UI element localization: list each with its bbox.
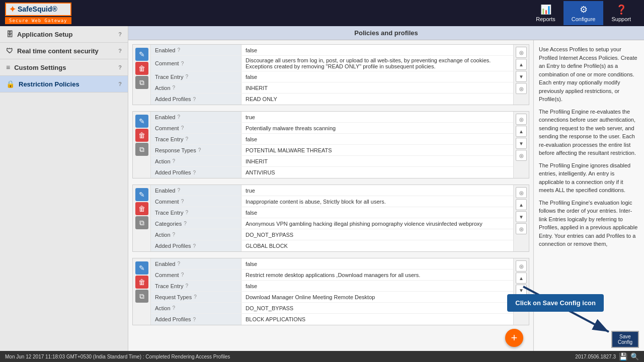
- nav-configure[interactable]: ⚙ Configure: [564, 1, 604, 25]
- nav-support[interactable]: ❓ Support: [603, 1, 639, 25]
- target2-btn-1[interactable]: ◎: [516, 83, 527, 94]
- down-btn-1[interactable]: ▼: [516, 71, 527, 82]
- value-added-3: GLOBAL BLOCK: [242, 240, 513, 251]
- up-btn-2[interactable]: ▲: [516, 126, 527, 137]
- row-enabled-2: Enabled ? true: [151, 112, 513, 123]
- policy-actions-4: ✎ 🗑 ⧉: [133, 258, 151, 325]
- sidebar-item-realtime[interactable]: 🛡 Real time content security ?: [0, 43, 128, 59]
- value-enabled-4: false: [242, 258, 513, 269]
- label-enabled-1: Enabled ?: [151, 45, 242, 55]
- label-added-3: Added Profiles ?: [151, 240, 242, 251]
- help-action-2: ?: [173, 158, 176, 164]
- sidebar-item-custom-label: Custom Settings: [14, 64, 66, 71]
- save-config-line1: Save: [619, 334, 631, 339]
- realtime-help-icon: ?: [118, 48, 122, 54]
- row-reqtype-4: Request Types ? Download Manager Online …: [151, 292, 513, 303]
- policy-actions-1: ✎ 🗑 ⧉: [133, 45, 151, 105]
- help-enabled-1: ?: [177, 47, 180, 53]
- policy-fields-4: Enabled ? false Comment ? Restrict remot…: [151, 258, 513, 325]
- help-trace-3: ?: [185, 210, 188, 215]
- app-setup-icon: 🗄: [6, 30, 13, 38]
- target-btn-3[interactable]: ◎: [516, 187, 527, 198]
- sidebar-item-app-setup[interactable]: 🗄 Application Setup ?: [0, 26, 128, 43]
- add-policy-button[interactable]: +: [505, 329, 523, 347]
- status-version: 2017.0506.1827.3: [575, 354, 616, 359]
- custom-icon: ≡: [6, 63, 10, 71]
- up-btn-4[interactable]: ▲: [516, 273, 527, 284]
- target-btn-1[interactable]: ◎: [516, 47, 527, 58]
- info-para-2: The Profiling Engine re-evaluates the co…: [539, 108, 639, 157]
- value-added-2: ANTIVIRUS: [242, 167, 513, 178]
- value-trace-3: false: [242, 207, 513, 218]
- policy-controls-1: ◎ ▲ ▼ ◎: [513, 45, 529, 105]
- logo: ✦ SafeSquid®: [5, 3, 71, 16]
- help-enabled-2: ?: [177, 114, 180, 120]
- nav-reports[interactable]: 📊 Reports: [528, 1, 564, 25]
- help-action-1: ?: [173, 85, 176, 90]
- up-btn-3[interactable]: ▲: [516, 199, 527, 210]
- realtime-icon: 🛡: [6, 47, 13, 55]
- target2-btn-2[interactable]: ◎: [516, 150, 527, 161]
- edit-btn-4[interactable]: ✎: [135, 261, 148, 275]
- delete-btn-3[interactable]: 🗑: [135, 202, 148, 215]
- policy-actions-2: ✎ 🗑 ⧉: [133, 112, 151, 178]
- down-btn-2[interactable]: ▼: [516, 138, 527, 149]
- nav-support-label: Support: [611, 16, 631, 22]
- custom-help-icon: ?: [118, 64, 122, 70]
- copy-btn-1[interactable]: ⧉: [135, 76, 148, 89]
- help-action-3: ?: [173, 232, 176, 237]
- sidebar-item-realtime-label: Real time content security: [17, 47, 99, 55]
- row-trace-3: Trace Entry ? false: [151, 207, 513, 218]
- help-comment-1: ?: [181, 61, 184, 66]
- target2-btn-3[interactable]: ◎: [516, 223, 527, 234]
- edit-btn-3[interactable]: ✎: [135, 188, 148, 201]
- label-enabled-3: Enabled ?: [151, 185, 242, 196]
- label-action-3: Action ?: [151, 229, 242, 240]
- help-action-4: ?: [173, 305, 176, 311]
- status-save-icon[interactable]: 💾: [619, 352, 627, 360]
- edit-btn-1[interactable]: ✎: [135, 48, 148, 61]
- policy-fields-2: Enabled ? true Comment ? Potentially mal…: [151, 112, 513, 178]
- sidebar-item-restriction[interactable]: 🔒 Restriction Policies ?: [0, 76, 128, 93]
- save-config-button[interactable]: Save Config: [611, 331, 639, 348]
- status-bar: Mon Jun 12 2017 11:18:03 GMT+0530 (India…: [0, 351, 644, 362]
- value-action-2: INHERIT: [242, 156, 513, 166]
- target-btn-4[interactable]: ◎: [516, 260, 527, 272]
- edit-btn-2[interactable]: ✎: [135, 115, 148, 128]
- row-cat-3: Categories ? Anonymous VPN gambling hack…: [151, 218, 513, 229]
- help-trace-2: ?: [185, 136, 188, 142]
- value-action-4: DO_NOT_BYPASS: [242, 303, 513, 313]
- save-config-line2: Config: [618, 339, 632, 345]
- label-comment-4: Comment ?: [151, 269, 242, 280]
- down-btn-3[interactable]: ▼: [516, 211, 527, 222]
- status-search-icon[interactable]: 🔍: [630, 352, 639, 360]
- row-enabled-4: Enabled ? false: [151, 258, 513, 269]
- page-title: Policies and profiles: [128, 26, 644, 40]
- delete-btn-1[interactable]: 🗑: [135, 62, 148, 75]
- policies-panel[interactable]: ✎ 🗑 ⧉ Enabled ? false Comment ? Discoura…: [128, 40, 533, 351]
- label-comment-1: Comment ?: [151, 56, 242, 71]
- tooltip-box: Click on Save Config icon: [507, 294, 604, 312]
- help-response-2: ?: [198, 147, 201, 153]
- help-trace-4: ?: [185, 283, 188, 289]
- copy-btn-3[interactable]: ⧉: [135, 216, 148, 229]
- up-btn-1[interactable]: ▲: [516, 59, 527, 70]
- help-added-4: ?: [193, 317, 196, 322]
- label-trace-2: Trace Entry ?: [151, 134, 242, 144]
- target-btn-2[interactable]: ◎: [516, 114, 527, 125]
- label-response-2: Response Types ?: [151, 145, 242, 155]
- row-enabled-3: Enabled ? true: [151, 185, 513, 196]
- value-response-2: POTENTIAL MALWARE THREATS: [242, 145, 513, 155]
- copy-btn-4[interactable]: ⧉: [135, 290, 148, 303]
- label-trace-4: Trace Entry ?: [151, 281, 242, 291]
- row-added-4: Added Profiles ? BLOCK APPLICATIONS: [151, 314, 513, 325]
- row-action-1: Action ? INHERIT: [151, 82, 513, 94]
- delete-btn-2[interactable]: 🗑: [135, 129, 148, 142]
- status-icons: 2017.0506.1827.3 💾 🔍: [575, 352, 639, 360]
- sidebar-item-custom[interactable]: ≡ Custom Settings ?: [0, 59, 128, 76]
- label-cat-3: Categories ?: [151, 218, 242, 229]
- delete-btn-4[interactable]: 🗑: [135, 276, 148, 289]
- copy-btn-2[interactable]: ⧉: [135, 143, 148, 156]
- help-trace-1: ?: [185, 74, 188, 79]
- label-reqtype-4: Request Types ?: [151, 292, 242, 302]
